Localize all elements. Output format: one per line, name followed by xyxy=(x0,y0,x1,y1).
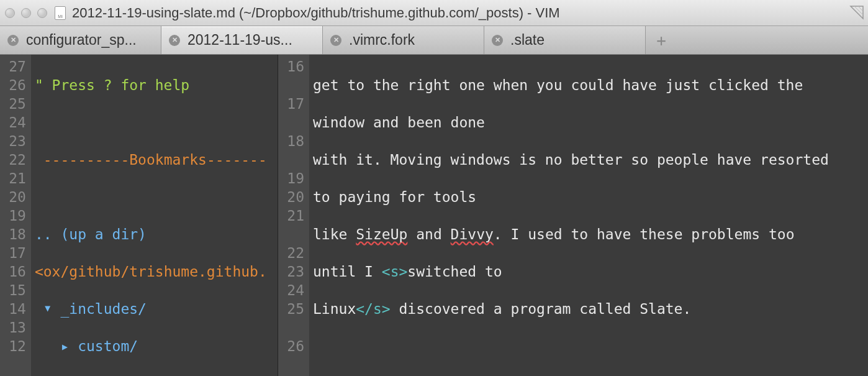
text-line: to paying for tools xyxy=(313,188,868,206)
tab-current-file[interactable]: 2012-11-19-us... xyxy=(161,26,323,54)
plus-icon: + xyxy=(655,34,667,47)
text-line: window and been done xyxy=(313,113,868,132)
up-dir[interactable]: .. (up a dir) xyxy=(35,225,278,244)
path-line: ox/github/trishume.github. xyxy=(43,264,267,280)
tab-vimrc[interactable]: .vimrc.fork xyxy=(323,26,484,54)
gutter-right: 16 17 18 19 20 21 22 23 24 25 26 xyxy=(278,55,309,376)
tab-bar: configurator_sp... 2012-11-19-us... .vim… xyxy=(0,26,868,55)
editor-code[interactable]: get to the right one when you could have… xyxy=(309,55,868,376)
file-icon xyxy=(55,6,66,20)
close-icon[interactable] xyxy=(169,35,180,46)
tab-configurator[interactable]: configurator_sp... xyxy=(0,26,161,54)
window-titlebar: 2012-11-19-using-slate.md (~/Dropbox/git… xyxy=(0,0,868,26)
close-icon[interactable] xyxy=(330,35,341,46)
tab-label: .slate xyxy=(510,32,545,48)
help-line: " Press ? for help xyxy=(35,76,278,94)
zoom-window-button[interactable] xyxy=(37,8,47,18)
text-line: get to the right one when you could have… xyxy=(313,76,868,94)
tree-item-includes[interactable]: ▾ _includes/ xyxy=(35,300,278,318)
resize-handle-icon xyxy=(849,5,864,20)
tab-label: configurator_sp... xyxy=(26,32,137,48)
close-icon[interactable] xyxy=(492,35,503,46)
file-tree-pane[interactable]: 27 26 25 24 23 22 21 20 19 18 17 16 15 1… xyxy=(0,55,278,376)
editor-pane[interactable]: 16 17 18 19 20 21 22 23 24 25 26 get to … xyxy=(278,55,868,376)
window-title: 2012-11-19-using-slate.md (~/Dropbox/git… xyxy=(72,5,560,21)
editor-area: 27 26 25 24 23 22 21 20 19 18 17 16 15 1… xyxy=(0,55,868,376)
close-icon[interactable] xyxy=(7,35,19,46)
tree-item-custom[interactable]: ▸ custom/ xyxy=(35,337,278,355)
tree-code[interactable]: " Press ? for help ----------Bookmarks--… xyxy=(31,55,278,376)
close-window-button[interactable] xyxy=(5,8,15,18)
traffic-lights xyxy=(5,8,47,18)
text-line: like SizeUp and Divvy. I used to have th… xyxy=(313,225,868,244)
tab-slate[interactable]: .slate xyxy=(484,26,646,54)
gutter-left: 27 26 25 24 23 22 21 20 19 18 17 16 15 1… xyxy=(0,55,31,376)
text-line: with it. Moving windows is no better so … xyxy=(313,150,868,169)
tab-label: .vimrc.fork xyxy=(349,32,415,48)
minimize-window-button[interactable] xyxy=(21,8,31,18)
new-tab-button[interactable]: + xyxy=(646,26,677,54)
text-line: until I <s>switched to xyxy=(313,262,868,281)
text-line: Linux</s> discovered a program called Sl… xyxy=(313,300,868,318)
tab-label: 2012-11-19-us... xyxy=(188,32,292,48)
